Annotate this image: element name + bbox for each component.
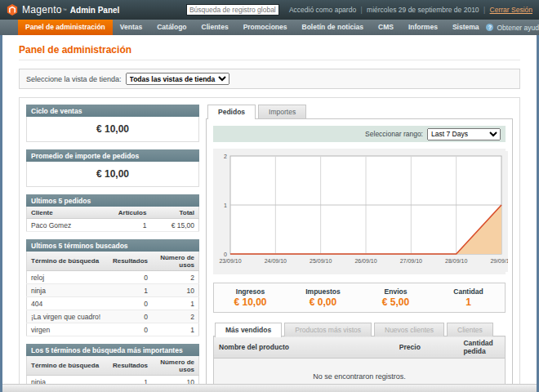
table-cell: 0	[109, 271, 152, 284]
grid-tabs: Más vendidosProductos más vistosNuevos c…	[213, 323, 506, 336]
svg-text:2: 2	[224, 154, 227, 159]
lifetime-sales-value: € 10,00	[26, 117, 199, 142]
total-label: Cantidad	[432, 287, 505, 296]
total-2: Envios€ 5,00	[359, 287, 432, 308]
logged-in-text: Accedió como apardo	[289, 6, 356, 14]
store-view-label: Seleccione la vista de tienda:	[26, 75, 122, 83]
column-header: Cantidad pedida	[458, 336, 505, 359]
dashboard-container: Ciclo de ventas € 10,00 Promedio de impo…	[19, 97, 520, 384]
table-cell: 404	[27, 297, 109, 310]
table-row[interactable]: virgen01	[27, 323, 199, 336]
total-value: € 5,00	[359, 296, 432, 308]
logo-subtitle: Admin Panel	[70, 6, 120, 15]
tab-diagram-1[interactable]: Importes	[258, 105, 306, 118]
nav-item-2[interactable]: Catálogo	[149, 20, 194, 35]
tab-grid-0[interactable]: Más vendidos	[215, 323, 282, 337]
svg-text:29/09/10: 29/09/10	[490, 258, 508, 264]
total-label: Impuestos	[287, 287, 359, 296]
tab-grid-2: Nuevos clientes	[374, 323, 444, 336]
magento-logo-icon	[7, 4, 18, 16]
total-value: € 0,00	[287, 296, 359, 308]
separator: |	[483, 6, 485, 14]
nav-item-5[interactable]: Boletín de noticias	[295, 20, 372, 35]
table-cell: 1	[109, 376, 152, 385]
table-cell: ¡La virgen que cuadro!	[27, 310, 109, 323]
table-cell: 10	[152, 284, 198, 297]
widget-average-orders: Promedio de importe de pedidos € 10,00	[26, 149, 199, 187]
widget-lifetime-sales: Ciclo de ventas € 10,00	[26, 105, 199, 142]
help-icon: ?	[486, 24, 493, 31]
table-cell: reloj	[27, 271, 109, 284]
column-header: Nombre del producto	[214, 336, 394, 359]
table-cell: 2	[152, 310, 198, 323]
logo-trademark: ™	[63, 7, 67, 12]
table-cell: 1	[152, 297, 198, 310]
dashboard-left-column: Ciclo de ventas € 10,00 Promedio de impo…	[26, 105, 199, 384]
table-cell: 1	[109, 284, 152, 297]
widget-last-orders: Ultimos 5 pedidos ClienteArtículosTotalP…	[26, 194, 199, 232]
store-view-select[interactable]: Todas las vistas de tienda	[126, 73, 229, 85]
column-header: Término de búsqueda	[27, 356, 109, 376]
total-label: Ingresos	[214, 287, 287, 296]
svg-text:25/09/10: 25/09/10	[310, 258, 332, 264]
table-cell: Paco Gomez	[27, 219, 114, 232]
tab-diagram-0[interactable]: Pedidos	[207, 105, 256, 119]
nav-item-0[interactable]: Panel de administración	[18, 20, 113, 35]
table-row[interactable]: ¡La virgen que cuadro!02	[27, 310, 199, 323]
nav-item-3[interactable]: Clientes	[194, 20, 236, 35]
svg-text:1: 1	[224, 203, 227, 208]
current-date: miércoles 29 de septiembre de 2010	[367, 6, 479, 14]
table-cell: ninja	[27, 376, 109, 385]
nav-item-4[interactable]: Promociones	[236, 20, 295, 35]
widget-title: Ultimos 5 pedidos	[26, 194, 199, 207]
page-title: Panel de administración	[19, 44, 520, 56]
table-cell: 10	[152, 376, 198, 385]
help-link[interactable]: ? Obtener ayuda para esta página	[486, 20, 539, 35]
column-header: Cliente	[27, 207, 114, 219]
logout-link[interactable]: Cerrar Sesión	[490, 6, 532, 14]
table-row[interactable]: ninja110	[27, 284, 199, 297]
nav-item-1[interactable]: Ventas	[113, 20, 149, 35]
orders-chart: 01223/09/1024/09/1025/09/1026/09/1027/09…	[213, 149, 506, 274]
table-cell: ninja	[27, 284, 109, 297]
tab-grid-1: Productos más vistos	[284, 323, 372, 336]
app-window: Magento™ Admin Panel Accedió como apardo…	[0, 0, 539, 392]
table-cell: 0	[109, 297, 152, 310]
column-header: Número de usos	[152, 356, 198, 376]
global-search-input[interactable]	[186, 4, 279, 16]
nav-item-7[interactable]: Informes	[401, 20, 445, 35]
page-footer	[2, 384, 537, 392]
table-row[interactable]: reloj02	[27, 271, 199, 284]
widget-last-search-terms: Ultimos 5 términos buscados Término de b…	[26, 239, 199, 336]
orders-chart-svg: 01223/09/1024/09/1025/09/1026/09/1027/09…	[216, 151, 508, 272]
table-cell: € 15,00	[150, 219, 198, 232]
range-bar: Seleccionar rango: Last 7 Days	[213, 126, 506, 142]
store-view-switcher: Seleccione la vista de tienda: Todas las…	[19, 69, 520, 89]
column-header: Artículos	[113, 207, 150, 219]
widget-title: Promedio de importe de pedidos	[26, 149, 199, 162]
top-search-terms-table: Término de búsquedaResultadosNúmero de u…	[26, 356, 199, 384]
title-row: Panel de administración	[19, 35, 520, 60]
table-cell: 1	[113, 219, 150, 232]
table-cell: 2	[152, 271, 198, 284]
table-row[interactable]: ninja110	[27, 376, 199, 385]
column-header: Número de usos	[152, 252, 198, 271]
content-area: Panel de administración Seleccione la vi…	[2, 35, 537, 384]
widget-top-search-terms: Los 5 términos de búsqueda más important…	[26, 344, 199, 384]
column-header: Precio	[394, 336, 459, 359]
dashboard-right-column: PedidosImportes Seleccionar rango: Last …	[206, 105, 513, 384]
nav-item-6[interactable]: CMS	[371, 20, 401, 35]
totals-bar: Ingresos€ 10,00Impuestos€ 0,00Envios€ 5,…	[213, 283, 506, 313]
table-row[interactable]: Paco Gomez1€ 15,00	[27, 219, 199, 232]
range-select[interactable]: Last 7 Days	[427, 128, 501, 140]
svg-text:28/09/10: 28/09/10	[445, 258, 467, 264]
table-cell: virgen	[27, 323, 109, 336]
nav-item-8[interactable]: Sistema	[445, 20, 487, 35]
range-label: Seleccionar rango:	[365, 130, 423, 138]
column-header: Resultados	[109, 356, 152, 376]
main-nav: Panel de administraciónVentasCatálogoCli…	[0, 20, 539, 35]
table-row[interactable]: 40401	[27, 297, 199, 310]
help-label: Obtener ayuda para esta página	[497, 24, 539, 32]
table-cell: 0	[109, 310, 152, 323]
total-label: Envios	[359, 287, 432, 296]
